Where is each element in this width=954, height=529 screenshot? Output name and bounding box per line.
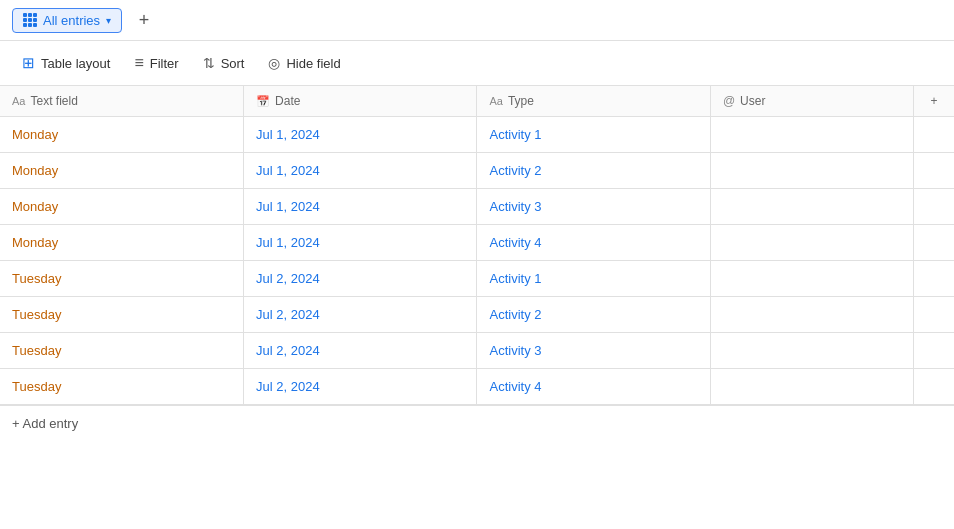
cell-user[interactable] — [710, 153, 913, 189]
cell-user[interactable] — [710, 117, 913, 153]
cell-type[interactable]: Activity 3 — [477, 189, 710, 225]
cell-text[interactable]: Tuesday — [0, 261, 244, 297]
cell-add — [913, 369, 954, 405]
table-row: TuesdayJul 2, 2024Activity 1 — [0, 261, 954, 297]
hide-field-button[interactable]: Hide field — [258, 50, 350, 76]
sort-label: Sort — [221, 56, 245, 71]
cell-add — [913, 297, 954, 333]
col-date-label: Date — [275, 94, 300, 108]
cell-date[interactable]: Jul 1, 2024 — [244, 225, 477, 261]
cell-text[interactable]: Monday — [0, 189, 244, 225]
cell-add — [913, 189, 954, 225]
cell-type[interactable]: Activity 1 — [477, 117, 710, 153]
hide-field-icon — [268, 55, 280, 71]
cell-add — [913, 117, 954, 153]
grid-view-icon — [23, 13, 37, 27]
col-user-label: User — [740, 94, 765, 108]
data-table: Text field Date Type — [0, 86, 954, 405]
cell-user[interactable] — [710, 261, 913, 297]
table-container: Text field Date Type — [0, 86, 954, 405]
cell-date[interactable]: Jul 1, 2024 — [244, 153, 477, 189]
hide-field-label: Hide field — [286, 56, 340, 71]
filter-icon — [134, 54, 143, 72]
table-header-row: Text field Date Type — [0, 86, 954, 117]
cell-text[interactable]: Tuesday — [0, 297, 244, 333]
cell-date[interactable]: Jul 1, 2024 — [244, 189, 477, 225]
table-layout-icon — [22, 54, 35, 72]
table-row: MondayJul 1, 2024Activity 2 — [0, 153, 954, 189]
cell-type[interactable]: Activity 4 — [477, 225, 710, 261]
add-view-button[interactable]: + — [130, 6, 158, 34]
col-header-date[interactable]: Date — [244, 86, 477, 117]
filter-label: Filter — [150, 56, 179, 71]
cell-add — [913, 261, 954, 297]
cell-user[interactable] — [710, 189, 913, 225]
sort-button[interactable]: Sort — [193, 50, 255, 76]
col-header-type[interactable]: Type — [477, 86, 710, 117]
table-row: TuesdayJul 2, 2024Activity 3 — [0, 333, 954, 369]
add-column-button[interactable]: + — [913, 86, 954, 117]
cell-type[interactable]: Activity 2 — [477, 297, 710, 333]
cell-type[interactable]: Activity 2 — [477, 153, 710, 189]
cell-type[interactable]: Activity 3 — [477, 333, 710, 369]
cell-user[interactable] — [710, 333, 913, 369]
cell-text[interactable]: Monday — [0, 153, 244, 189]
table-layout-label: Table layout — [41, 56, 110, 71]
cell-date[interactable]: Jul 1, 2024 — [244, 117, 477, 153]
cell-text[interactable]: Monday — [0, 225, 244, 261]
chevron-down-icon: ▾ — [106, 15, 111, 26]
cell-text[interactable]: Tuesday — [0, 369, 244, 405]
sort-icon — [203, 55, 215, 71]
user-field-icon — [723, 94, 735, 108]
cell-add — [913, 225, 954, 261]
toolbar: Table layout Filter Sort Hide field — [0, 41, 954, 86]
cell-add — [913, 153, 954, 189]
type-field-icon — [489, 94, 502, 108]
top-bar: All entries ▾ + — [0, 0, 954, 41]
table-row: TuesdayJul 2, 2024Activity 2 — [0, 297, 954, 333]
col-text-label: Text field — [30, 94, 77, 108]
cell-user[interactable] — [710, 297, 913, 333]
view-tab-label: All entries — [43, 13, 100, 28]
col-header-user[interactable]: User — [710, 86, 913, 117]
add-entry-row[interactable]: + Add entry — [0, 405, 954, 441]
cell-add — [913, 333, 954, 369]
table-row: TuesdayJul 2, 2024Activity 4 — [0, 369, 954, 405]
cell-type[interactable]: Activity 4 — [477, 369, 710, 405]
cell-date[interactable]: Jul 2, 2024 — [244, 297, 477, 333]
cell-date[interactable]: Jul 2, 2024 — [244, 369, 477, 405]
date-field-icon — [256, 94, 270, 108]
add-entry-label: + Add entry — [12, 416, 78, 431]
cell-text[interactable]: Monday — [0, 117, 244, 153]
all-entries-tab[interactable]: All entries ▾ — [12, 8, 122, 33]
filter-button[interactable]: Filter — [124, 49, 188, 77]
cell-user[interactable] — [710, 225, 913, 261]
table-row: MondayJul 1, 2024Activity 4 — [0, 225, 954, 261]
cell-date[interactable]: Jul 2, 2024 — [244, 261, 477, 297]
table-row: MondayJul 1, 2024Activity 1 — [0, 117, 954, 153]
cell-date[interactable]: Jul 2, 2024 — [244, 333, 477, 369]
cell-text[interactable]: Tuesday — [0, 333, 244, 369]
table-layout-button[interactable]: Table layout — [12, 49, 120, 77]
col-type-label: Type — [508, 94, 534, 108]
table-row: MondayJul 1, 2024Activity 3 — [0, 189, 954, 225]
cell-user[interactable] — [710, 369, 913, 405]
cell-type[interactable]: Activity 1 — [477, 261, 710, 297]
text-field-icon — [12, 94, 25, 108]
col-header-text[interactable]: Text field — [0, 86, 244, 117]
